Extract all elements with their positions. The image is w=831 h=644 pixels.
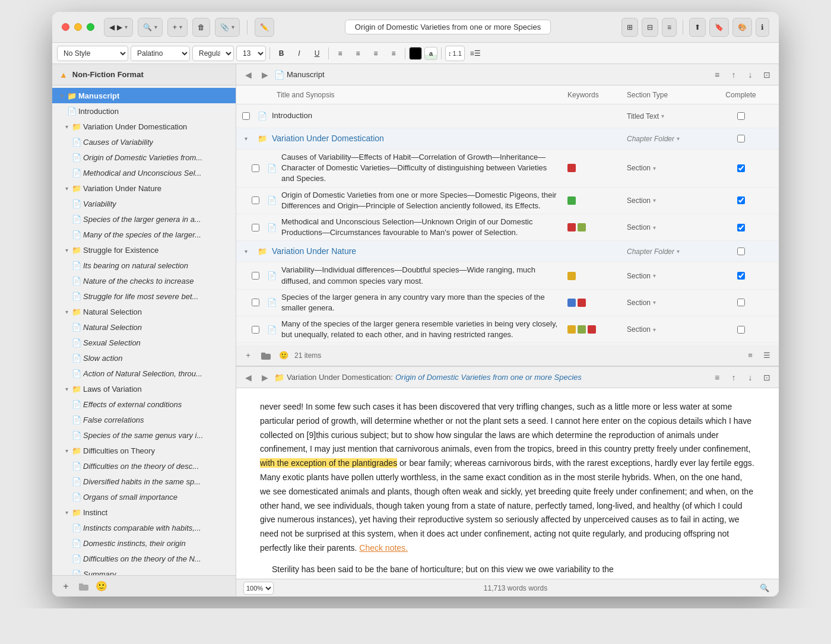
- emoji-button[interactable]: 🙂: [95, 580, 108, 593]
- info-button[interactable]: ℹ: [756, 18, 769, 37]
- sidebar-item-variation-nature[interactable]: ▾ 📁 Variation Under Nature: [52, 180, 236, 196]
- search-button[interactable]: 🔍 ▾: [138, 18, 163, 37]
- editor-fullscreen-button[interactable]: ⊡: [760, 370, 774, 385]
- row-complete[interactable]: [717, 224, 765, 231]
- complete-checkbox[interactable]: [737, 299, 745, 306]
- row-checkbox[interactable]: [246, 224, 265, 231]
- sidebar-item-struggle-life[interactable]: 📄 Struggle for life most severe bet...: [52, 288, 236, 304]
- sidebar-item-natural-selection-doc[interactable]: 📄 Natural Selection: [52, 319, 236, 335]
- sidebar-item-origin-domestic[interactable]: 📄 Origin of Domestic Varieties from...: [52, 150, 236, 165]
- outline-collapse-button[interactable]: ↑: [727, 68, 741, 82]
- sidebar-item-species-larger[interactable]: 📄 Species of the larger genera in a...: [52, 211, 236, 227]
- complete-checkbox[interactable]: [737, 248, 745, 255]
- section-caret-icon[interactable]: ▾: [653, 299, 656, 306]
- checkbox-input[interactable]: [252, 299, 259, 306]
- scrivenings-button[interactable]: ≡: [662, 18, 677, 37]
- checkbox-input[interactable]: [252, 164, 259, 172]
- sidebar-item-struggle[interactable]: ▾ 📁 Struggle for Existence: [52, 242, 236, 258]
- bookmark-button[interactable]: 🔖: [709, 18, 729, 37]
- row-checkbox[interactable]: ▾: [236, 134, 255, 144]
- editor-body[interactable]: never seed! In some few such cases it ha…: [236, 388, 779, 579]
- theme-button[interactable]: 🎨: [732, 18, 752, 37]
- checkbox-input[interactable]: [252, 224, 259, 231]
- sidebar-item-organs-small[interactable]: 📄 Organs of small importance: [52, 489, 236, 505]
- editor-forward-button[interactable]: ▶: [258, 370, 272, 385]
- underline-button[interactable]: U: [309, 46, 325, 61]
- section-caret-icon[interactable]: ▾: [661, 113, 664, 119]
- editor-menu-button[interactable]: ≡: [710, 370, 724, 385]
- sidebar-item-many-species[interactable]: 📄 Many of the species of the larger...: [52, 227, 236, 242]
- sidebar-item-species-same-genus[interactable]: 📄 Species of the same genus vary i...: [52, 427, 236, 443]
- section-caret-icon[interactable]: ▾: [653, 326, 656, 333]
- sidebar-item-variability[interactable]: 📄 Variability: [52, 196, 236, 211]
- checkbox-input[interactable]: [252, 272, 259, 280]
- editor-back-button[interactable]: ◀: [241, 370, 255, 385]
- row-checkbox[interactable]: [246, 196, 265, 204]
- italic-button[interactable]: I: [291, 46, 307, 61]
- row-checkbox[interactable]: [246, 299, 265, 306]
- delete-button[interactable]: 🗑: [192, 18, 210, 37]
- sidebar-item-false-correlations[interactable]: 📄 False correlations: [52, 412, 236, 427]
- sidebar-item-manuscript[interactable]: ▾ 📁 Manuscript: [52, 88, 236, 103]
- maximize-button[interactable]: [87, 23, 94, 31]
- highlight-color-swatch[interactable]: a: [424, 47, 437, 60]
- align-left-button[interactable]: ≡: [332, 46, 348, 61]
- sidebar-item-instinct[interactable]: ▾ 📁 Instinct: [52, 505, 236, 520]
- add-button[interactable]: + ▾: [167, 18, 188, 37]
- row-complete[interactable]: [717, 112, 765, 120]
- list-button[interactable]: ≡☰: [467, 46, 484, 61]
- align-right-button[interactable]: ≡: [368, 46, 383, 61]
- sidebar-item-effects-external[interactable]: 📄 Effects of external conditions: [52, 396, 236, 412]
- complete-checkbox[interactable]: [737, 164, 745, 172]
- share-button[interactable]: ⬆: [689, 18, 706, 37]
- chapter-toggle-icon[interactable]: ▾: [241, 247, 250, 256]
- outline-forward-button[interactable]: ▶: [258, 68, 272, 82]
- row-checkbox[interactable]: [246, 164, 265, 172]
- style-select[interactable]: No Style: [57, 46, 128, 61]
- sidebar-item-bearing[interactable]: 📄 Its bearing on natural selection: [52, 258, 236, 273]
- complete-checkbox[interactable]: [737, 112, 745, 120]
- row-complete[interactable]: [717, 164, 765, 172]
- complete-checkbox[interactable]: [737, 135, 745, 142]
- outline-grid-view-button[interactable]: ☰: [760, 348, 774, 363]
- add-folder-row-button[interactable]: [259, 348, 273, 363]
- section-caret-icon[interactable]: ▾: [677, 135, 680, 142]
- minimize-button[interactable]: [74, 23, 82, 31]
- section-caret-icon[interactable]: ▾: [677, 248, 680, 255]
- checkbox-input[interactable]: [252, 196, 259, 204]
- text-color-swatch[interactable]: [409, 47, 422, 60]
- sidebar-item-sexual-selection[interactable]: 📄 Sexual Selection: [52, 335, 236, 350]
- row-checkbox[interactable]: [236, 112, 255, 120]
- sidebar-item-summary[interactable]: 📄 Summary: [52, 566, 236, 575]
- row-complete[interactable]: [717, 272, 765, 280]
- font-select[interactable]: Palatino: [131, 46, 190, 61]
- font-size-select[interactable]: 13: [236, 46, 266, 61]
- sidebar-item-methodical[interactable]: 📄 Methodical and Unconscious Sel...: [52, 165, 236, 180]
- row-checkbox[interactable]: [246, 326, 265, 334]
- sidebar-item-diversified-habits[interactable]: 📄 Diversified habits in the same sp...: [52, 474, 236, 489]
- chapter-toggle-icon[interactable]: ▾: [241, 134, 250, 144]
- sidebar-item-difficulties-desc[interactable]: 📄 Difficulties on the theory of desc...: [52, 458, 236, 474]
- checkbox-input[interactable]: [242, 112, 250, 120]
- zoom-select[interactable]: 100%: [243, 582, 274, 595]
- complete-checkbox[interactable]: [737, 326, 745, 334]
- sidebar-item-natural-selection[interactable]: ▾ 📁 Natural Selection: [52, 304, 236, 319]
- row-complete[interactable]: [717, 196, 765, 204]
- sidebar-item-laws-variation[interactable]: ▾ 📁 Laws of Variation: [52, 381, 236, 396]
- outline-menu-button[interactable]: ≡: [710, 68, 724, 82]
- add-folder-button[interactable]: [77, 580, 90, 593]
- line-height-button[interactable]: ↕ 1.1: [445, 46, 465, 61]
- complete-checkbox[interactable]: [737, 272, 745, 280]
- add-item-button[interactable]: +: [59, 580, 72, 593]
- edit-button[interactable]: ✏️: [255, 18, 274, 37]
- outline-list-view-button[interactable]: ≡: [743, 348, 757, 363]
- row-complete[interactable]: [717, 299, 765, 306]
- sidebar-item-slow-action[interactable]: 📄 Slow action: [52, 350, 236, 366]
- align-center-button[interactable]: ≡: [350, 46, 366, 61]
- section-caret-icon[interactable]: ▾: [653, 197, 656, 204]
- sidebar-item-difficulties-theory[interactable]: ▾ 📁 Difficulties on Theory: [52, 443, 236, 458]
- sidebar-item-introduction[interactable]: 📄 Introduction: [52, 103, 236, 119]
- row-complete[interactable]: [717, 135, 765, 142]
- close-button[interactable]: [62, 23, 69, 31]
- outline-back-button[interactable]: ◀: [241, 68, 255, 82]
